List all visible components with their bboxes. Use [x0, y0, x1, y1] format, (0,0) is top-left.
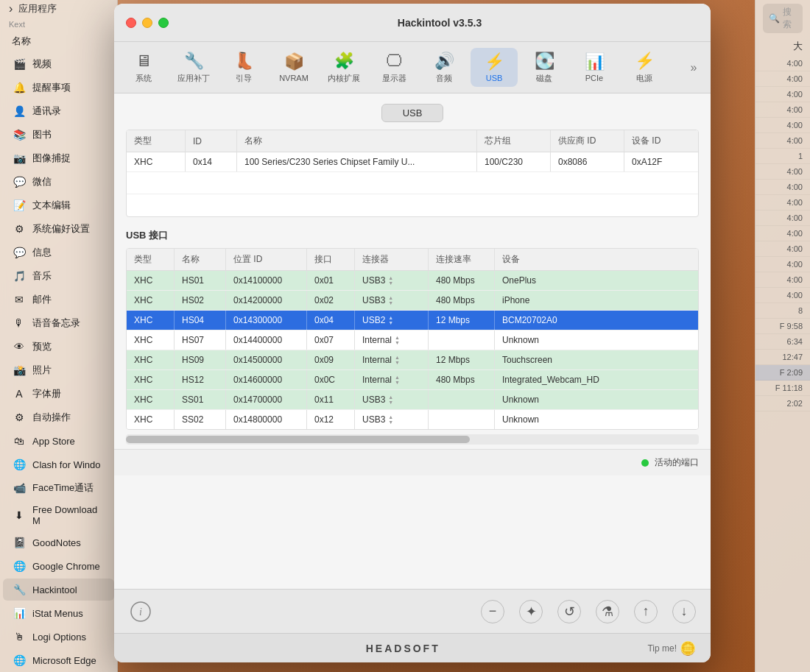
sidebar-item-hackintool[interactable]: 🔧 Hackintool [3, 579, 114, 601]
sidebar-item-automator[interactable]: ⚙ 自动操作 [3, 406, 114, 428]
sidebar-item-mail[interactable]: ✉ 邮件 [3, 289, 114, 311]
usb-port-row-hs01[interactable]: XHC HS01 0x14100000 0x01 USB3 ▲ ▼ 480 Mb… [127, 271, 698, 291]
pcie-icon: 📊 [585, 52, 605, 71]
connector-stepper[interactable]: ▲ ▼ [395, 355, 400, 365]
sidebar-item-appstore[interactable]: 🛍 App Store [3, 430, 114, 452]
toolbar-item-boot[interactable]: 👢 引导 [220, 47, 267, 88]
sidebar-item-istat[interactable]: 📊 iStat Menus [3, 602, 114, 624]
sidebar-item-messages[interactable]: 💬 信息 [3, 241, 114, 264]
refresh-button[interactable]: ↺ [557, 600, 581, 623]
magic-wand-button[interactable]: ✦ [519, 600, 543, 623]
toolbar-item-usb[interactable]: ⚡ USB [471, 48, 518, 87]
lower-table-container: 类型 名称 位置 ID 接口 连接器 连接速率 设备 XHC HS01 0x14… [126, 248, 699, 430]
row-location-id: 0x14600000 [226, 370, 307, 389]
toolbar-item-patches[interactable]: 🔧 应用补丁 [170, 47, 217, 88]
row-name: HS12 [175, 370, 226, 389]
sidebar-item-textedit[interactable]: 📝 文本编辑 [3, 194, 114, 216]
sidebar-video-label: 视频 [32, 57, 52, 71]
toolbar-item-system[interactable]: 🖥 系统 [120, 47, 167, 88]
sidebar-item-contacts[interactable]: 👤 通讯录 [3, 100, 114, 122]
connector-stepper[interactable]: ▲ ▼ [395, 335, 400, 345]
usb-port-row-hs04[interactable]: XHC HS04 0x14300000 0x04 USB2 ▲ ▼ 12 Mbp… [127, 311, 698, 330]
toolbar-item-audio[interactable]: 🔊 音频 [420, 47, 468, 88]
upper-table-row[interactable]: XHC 0x14 100 Series/C230 Series Chipset … [127, 152, 698, 172]
sidebar-item-clash[interactable]: 🌐 Clash for Windo [3, 453, 114, 475]
toolbar-item-power[interactable]: ⚡ 电源 [621, 47, 668, 88]
sidebar-item-music[interactable]: 🎵 音乐 [3, 265, 114, 287]
import-button[interactable]: ↑ [634, 600, 658, 623]
sidebar-item-preview[interactable]: 👁 预览 [3, 336, 114, 358]
row-port: 0x11 [307, 390, 355, 409]
row-type: XHC [127, 291, 175, 310]
toolbar-item-nvram[interactable]: 📦 NVRAM [270, 48, 317, 87]
sidebar-item-books[interactable]: 📚 图书 [3, 124, 114, 146]
hackintool-icon: 🔧 [12, 582, 27, 597]
toolbar-item-pcie[interactable]: 📊 PCIe [571, 48, 618, 87]
sidebar-item-goodnotes[interactable]: 📓 GoodNotes [3, 531, 114, 553]
time-item: 1 [756, 149, 810, 164]
sidebar-item-preferences[interactable]: ⚙ 系统偏好设置 [3, 218, 114, 240]
sidebar-item-video[interactable]: 🎬 视频 [3, 53, 114, 75]
sidebar-item-chrome[interactable]: 🌐 Google Chrome [3, 555, 114, 577]
stepper-up: ▲ [395, 335, 400, 340]
connector-stepper[interactable]: ▲ ▼ [388, 414, 393, 425]
lower-header-location-id: 位置 ID [226, 249, 307, 270]
row-speed: 12 Mbps [429, 350, 495, 369]
sidebar-item-fontbook[interactable]: A 字体册 [3, 383, 114, 405]
sidebar-item-facetime[interactable]: 📹 FaceTime通话 [3, 477, 114, 499]
minimize-button[interactable] [142, 18, 152, 28]
sidebar-item-edge[interactable]: 🌐 Microsoft Edge [3, 649, 114, 671]
sidebar-item-voice-memos[interactable]: 🎙 语音备忘录 [3, 312, 114, 334]
row-connector: Internal ▲ ▼ [355, 350, 429, 369]
usb-port-row-hs12[interactable]: XHC HS12 0x14600000 0x0C Internal ▲ ▼ 48… [127, 370, 698, 390]
toolbar-item-display[interactable]: 🖵 显示器 [370, 47, 418, 88]
sidebar-name-label: 名称 [12, 35, 31, 48]
horizontal-scrollbar[interactable] [126, 434, 699, 445]
toolbar-more-button[interactable]: » [683, 57, 705, 79]
sidebar-item-photos[interactable]: 📸 照片 [3, 359, 114, 381]
sidebar-item-logi[interactable]: 🖱 Logi Options [3, 626, 114, 648]
row-device: Unknown [495, 330, 698, 350]
connector-stepper[interactable]: ▲ ▼ [388, 295, 393, 305]
scrollbar-thumb[interactable] [126, 436, 470, 443]
status-bar: 活动的端口 [114, 449, 711, 475]
info-button[interactable]: i [129, 600, 152, 623]
upper-header-chipset: 芯片组 [477, 130, 551, 152]
row-name: SS02 [175, 410, 226, 429]
row-type: XHC [127, 350, 175, 369]
sidebar-music-label: 音乐 [32, 269, 52, 283]
sidebar-item-freedownload[interactable]: ⬇ Free Download M [3, 501, 114, 530]
usb-tab-button[interactable]: USB [381, 104, 444, 122]
usb-port-row-ss02[interactable]: XHC SS02 0x14800000 0x12 USB3 ▲ ▼ Unknow… [127, 410, 698, 429]
connector-stepper[interactable]: ▲ ▼ [395, 375, 400, 385]
export-button[interactable]: ↓ [672, 600, 696, 623]
usb-port-row-hs02[interactable]: XHC HS02 0x14200000 0x02 USB3 ▲ ▼ 480 Mb… [127, 291, 698, 311]
upper-row-chipset: 100/C230 [477, 152, 551, 171]
tip-me-button[interactable]: Tip me! 🪙 [647, 640, 696, 657]
pcie-label: PCIe [585, 74, 603, 82]
remove-button[interactable]: − [481, 600, 504, 623]
close-button[interactable] [126, 18, 136, 28]
usb-port-row-ss01[interactable]: XHC SS01 0x14700000 0x11 USB3 ▲ ▼ Unknow… [127, 390, 698, 410]
sidebar-collapse-icon[interactable]: › [9, 2, 13, 15]
sidebar-item-name[interactable]: 名称 [3, 31, 114, 52]
connector-stepper[interactable]: ▲ ▼ [388, 315, 393, 325]
sidebar-item-wechat[interactable]: 💬 微信 [3, 171, 114, 193]
connector-stepper[interactable]: ▲ ▼ [388, 275, 393, 286]
sidebar-chrome-label: Google Chrome [32, 561, 100, 572]
usb-port-row-hs07[interactable]: XHC HS07 0x14400000 0x07 Internal ▲ ▼ Un… [127, 330, 698, 350]
maximize-button[interactable] [158, 18, 169, 28]
voice-memos-icon: 🎙 [12, 316, 27, 330]
toolbar-item-kext[interactable]: 🧩 内核扩展 [320, 47, 367, 88]
content-area: USB 类型 ID 名称 芯片组 供应商 ID 设备 ID XHC 0x14 1… [114, 93, 711, 589]
search-box[interactable]: 🔍 搜索 [763, 4, 803, 33]
usb-port-row-hs09[interactable]: XHC HS09 0x14500000 0x09 Internal ▲ ▼ 12… [127, 350, 698, 370]
toolbar-item-disk[interactable]: 💽 磁盘 [521, 47, 568, 88]
sidebar-item-reminders[interactable]: 🔔 提醒事项 [3, 77, 114, 99]
row-device: iPhone [495, 291, 698, 310]
syringe-button[interactable]: ⚗ [596, 600, 619, 623]
sidebar-item-image-capture[interactable]: 📷 图像捕捉 [3, 147, 114, 169]
sidebar-header: › 应用程序 [0, 0, 117, 17]
audio-icon: 🔊 [434, 52, 454, 71]
connector-stepper[interactable]: ▲ ▼ [388, 395, 393, 405]
